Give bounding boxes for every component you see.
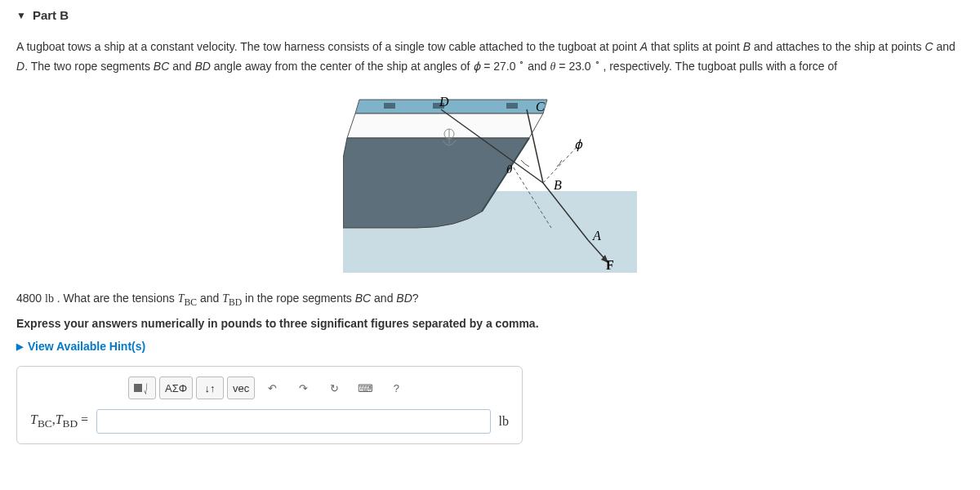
- redo-button[interactable]: ↷: [289, 376, 317, 399]
- ship-diagram: D C θ ϕ B A F: [343, 85, 637, 273]
- diagram-svg: D C θ ϕ B A F: [343, 85, 637, 273]
- question-text: 4800 lb . What are the tensions TBC and …: [16, 289, 964, 310]
- problem-statement: A tugboat tows a ship at a constant velo…: [16, 38, 964, 75]
- diagram-label-theta: θ: [506, 163, 513, 176]
- vec-button[interactable]: vec: [227, 376, 255, 399]
- diagram-label-d: D: [439, 95, 449, 109]
- answer-input[interactable]: [96, 409, 490, 434]
- equation-toolbar: ⎷ ΑΣΦ ↓↑ vec ↶ ↷ ↻ ⌨ ?: [128, 376, 509, 399]
- view-hints-link[interactable]: ▶ View Available Hint(s): [16, 340, 964, 353]
- diagram-label-b: B: [554, 178, 562, 192]
- answer-box: ⎷ ΑΣΦ ↓↑ vec ↶ ↷ ↻ ⌨ ? TBC,TBD = lb: [16, 366, 523, 444]
- expand-arrow-icon: ▶: [16, 341, 23, 352]
- keyboard-button[interactable]: ⌨: [351, 376, 379, 399]
- square-icon: [134, 384, 142, 392]
- answer-instruction: Express your answers numerically in poun…: [16, 317, 964, 330]
- reset-button[interactable]: ↻: [320, 376, 348, 399]
- diagram-label-phi: ϕ: [574, 138, 583, 152]
- diagram-container: D C θ ϕ B A F: [16, 85, 964, 273]
- answer-row: TBC,TBD = lb: [30, 409, 509, 434]
- answer-variable-label: TBC,TBD =: [30, 412, 88, 430]
- section-header[interactable]: ▼ Part B: [16, 8, 964, 22]
- diagram-label-c: C: [536, 100, 545, 114]
- svg-rect-8: [384, 103, 395, 109]
- help-button[interactable]: ?: [382, 376, 410, 399]
- diagram-label-a: A: [592, 229, 601, 243]
- section-title: Part B: [33, 8, 69, 22]
- greek-letters-button[interactable]: ΑΣΦ: [159, 376, 193, 399]
- answer-unit: lb: [499, 414, 509, 429]
- hints-label: View Available Hint(s): [28, 340, 145, 353]
- collapse-arrow-icon: ▼: [16, 10, 26, 21]
- sub-sup-button[interactable]: ↓↑: [196, 376, 224, 399]
- diagram-label-f: F: [606, 258, 614, 272]
- svg-rect-10: [506, 103, 518, 109]
- undo-button[interactable]: ↶: [258, 376, 286, 399]
- templates-button[interactable]: ⎷: [128, 376, 156, 399]
